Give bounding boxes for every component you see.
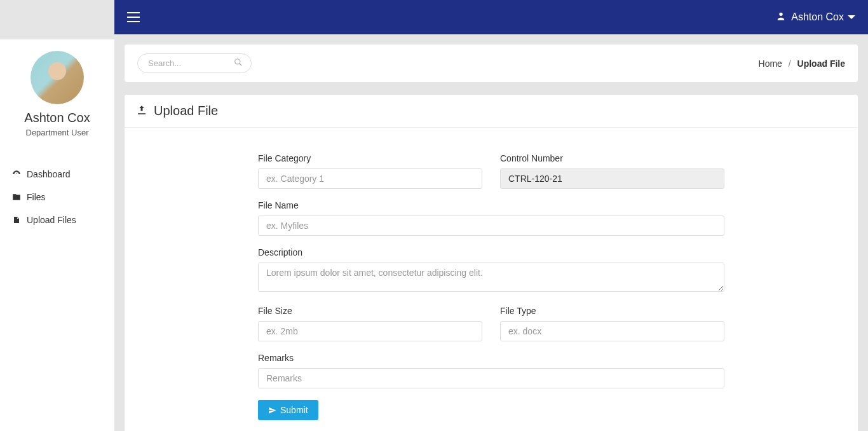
control-number-input bbox=[500, 168, 724, 189]
dashboard-icon bbox=[11, 170, 22, 179]
remarks-input[interactable] bbox=[258, 368, 724, 388]
sidebar-item-upload-files[interactable]: Upload Files bbox=[0, 209, 114, 231]
form-group-file-name: File Name bbox=[258, 200, 724, 236]
file-icon bbox=[11, 216, 22, 224]
content: Home / Upload File Upload File File Cate… bbox=[114, 34, 868, 431]
description-label: Description bbox=[258, 247, 724, 257]
sidebar-item-label: Files bbox=[27, 192, 46, 202]
caret-down-icon bbox=[848, 15, 855, 19]
breadcrumb: Home / Upload File bbox=[759, 58, 845, 69]
form-card: Upload File File Category Control Number bbox=[125, 95, 858, 431]
svg-point-0 bbox=[780, 13, 783, 16]
file-size-label: File Size bbox=[258, 306, 482, 316]
file-size-input[interactable] bbox=[258, 321, 482, 341]
user-menu[interactable]: Ashton Cox bbox=[776, 11, 855, 24]
profile-name: Ashton Cox bbox=[6, 111, 108, 125]
svg-point-1 bbox=[235, 58, 240, 64]
breadcrumb-home[interactable]: Home bbox=[759, 58, 782, 69]
control-number-label: Control Number bbox=[500, 153, 724, 163]
form-group-description: Description bbox=[258, 247, 724, 294]
submit-button[interactable]: Submit bbox=[258, 400, 318, 420]
profile-role: Department User bbox=[6, 128, 108, 137]
sidebar-item-dashboard[interactable]: Dashboard bbox=[0, 163, 114, 186]
form-group-control-number: Control Number bbox=[500, 153, 724, 189]
svg-line-2 bbox=[240, 63, 242, 65]
upload-icon bbox=[136, 104, 147, 118]
file-category-label: File Category bbox=[258, 153, 482, 163]
file-name-label: File Name bbox=[258, 200, 724, 210]
file-name-input[interactable] bbox=[258, 216, 724, 236]
form-group-file-category: File Category bbox=[258, 153, 482, 189]
sidebar-item-label: Upload Files bbox=[27, 215, 76, 225]
send-icon bbox=[268, 406, 276, 414]
main: Ashton Cox Home / Upload File U bbox=[114, 0, 868, 431]
description-input[interactable] bbox=[258, 263, 724, 292]
hamburger-icon[interactable] bbox=[127, 12, 140, 22]
form-group-file-type: File Type bbox=[500, 306, 724, 341]
breadcrumb-current: Upload File bbox=[797, 58, 845, 69]
form-card-header: Upload File bbox=[125, 95, 858, 128]
remarks-label: Remarks bbox=[258, 353, 724, 363]
header-card: Home / Upload File bbox=[125, 44, 858, 82]
search-icon[interactable] bbox=[234, 58, 243, 69]
topbar: Ashton Cox bbox=[114, 0, 868, 34]
sidebar-nav: Dashboard Files Upload Files bbox=[0, 163, 114, 231]
user-menu-name: Ashton Cox bbox=[791, 11, 844, 23]
form-body: File Category Control Number File Name bbox=[125, 128, 858, 431]
page-title: Upload File bbox=[154, 104, 218, 118]
breadcrumb-separator: / bbox=[789, 58, 791, 69]
file-type-label: File Type bbox=[500, 306, 724, 316]
sidebar-top-spacer bbox=[0, 0, 114, 39]
sidebar: Ashton Cox Department User Dashboard Fil… bbox=[0, 0, 114, 431]
form-group-remarks: Remarks bbox=[258, 353, 724, 388]
sidebar-profile: Ashton Cox Department User bbox=[0, 39, 114, 150]
file-category-input[interactable] bbox=[258, 168, 482, 189]
sidebar-item-files[interactable]: Files bbox=[0, 186, 114, 209]
file-type-input[interactable] bbox=[500, 321, 724, 341]
form-group-file-size: File Size bbox=[258, 306, 482, 341]
folder-icon bbox=[11, 193, 22, 202]
avatar bbox=[31, 51, 84, 104]
sidebar-item-label: Dashboard bbox=[27, 169, 71, 179]
search-box bbox=[137, 53, 252, 73]
submit-button-label: Submit bbox=[280, 405, 308, 415]
user-icon bbox=[776, 11, 786, 24]
